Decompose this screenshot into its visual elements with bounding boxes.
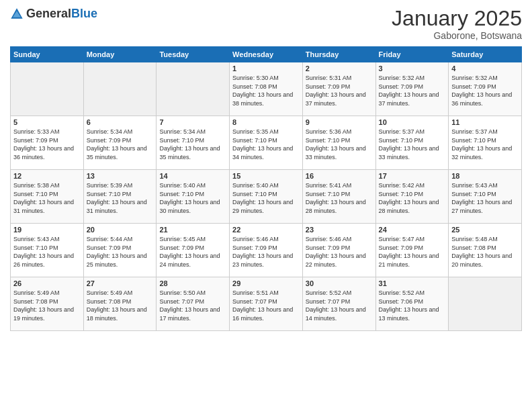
day-info: Sunrise: 5:46 AM Sunset: 7:09 PM Dayligh… [306,235,373,269]
day-number: 3 [379,64,446,73]
logo-icon [10,7,24,21]
day-info: Sunrise: 5:52 AM Sunset: 7:07 PM Dayligh… [306,289,373,322]
day-info: Sunrise: 5:33 AM Sunset: 7:09 PM Dayligh… [13,128,81,161]
day-info: Sunrise: 5:36 AM Sunset: 7:10 PM Dayligh… [306,128,373,161]
day-number: 26 [13,279,81,287]
table-row: 4 Sunrise: 5:32 AM Sunset: 7:09 PM Dayli… [449,62,522,116]
day-number: 9 [306,118,373,126]
day-number: 21 [159,226,226,234]
day-number: 17 [379,172,446,180]
calendar-week-row: 19 Sunrise: 5:43 AM Sunset: 7:10 PM Dayl… [11,224,522,277]
day-info: Sunrise: 5:50 AM Sunset: 7:07 PM Dayligh… [159,289,226,322]
table-row: 26 Sunrise: 5:49 AM Sunset: 7:08 PM Dayl… [11,277,84,331]
day-number: 8 [232,118,300,126]
day-info: Sunrise: 5:40 AM Sunset: 7:10 PM Dayligh… [159,181,226,215]
location: Gaborone, Botswana [392,30,522,41]
table-row: 28 Sunrise: 5:50 AM Sunset: 7:07 PM Dayl… [157,277,230,331]
table-row [83,62,157,116]
day-info: Sunrise: 5:40 AM Sunset: 7:10 PM Dayligh… [232,181,300,215]
table-row: 19 Sunrise: 5:43 AM Sunset: 7:10 PM Dayl… [11,224,84,277]
col-friday: Friday [375,47,449,62]
table-row: 18 Sunrise: 5:43 AM Sunset: 7:10 PM Dayl… [449,170,522,224]
day-info: Sunrise: 5:35 AM Sunset: 7:10 PM Dayligh… [232,128,300,161]
table-row: 14 Sunrise: 5:40 AM Sunset: 7:10 PM Dayl… [157,170,230,224]
table-row: 24 Sunrise: 5:47 AM Sunset: 7:09 PM Dayl… [375,224,449,277]
day-number: 19 [13,226,81,234]
day-info: Sunrise: 5:42 AM Sunset: 7:10 PM Dayligh… [379,181,446,215]
table-row: 16 Sunrise: 5:41 AM Sunset: 7:10 PM Dayl… [302,170,375,224]
table-row: 2 Sunrise: 5:31 AM Sunset: 7:09 PM Dayli… [302,62,375,116]
calendar-header-row: Sunday Monday Tuesday Wednesday Thursday… [11,47,522,62]
day-number: 2 [306,64,373,73]
table-row: 25 Sunrise: 5:48 AM Sunset: 7:08 PM Dayl… [449,224,522,277]
day-info: Sunrise: 5:47 AM Sunset: 7:09 PM Dayligh… [379,235,446,269]
table-row: 20 Sunrise: 5:44 AM Sunset: 7:09 PM Dayl… [83,224,157,277]
day-info: Sunrise: 5:30 AM Sunset: 7:08 PM Dayligh… [232,74,300,107]
day-number: 27 [87,279,154,287]
table-row: 13 Sunrise: 5:39 AM Sunset: 7:10 PM Dayl… [83,170,157,224]
table-row: 21 Sunrise: 5:45 AM Sunset: 7:09 PM Dayl… [157,224,230,277]
calendar-week-row: 5 Sunrise: 5:33 AM Sunset: 7:09 PM Dayli… [11,116,522,170]
day-number: 13 [87,172,154,180]
day-number: 11 [451,118,519,126]
day-number: 24 [379,226,446,234]
page-header: GeneralBlue January 2025 Gaborone, Botsw… [10,7,522,41]
day-number: 29 [232,279,300,287]
logo: GeneralBlue [10,7,97,21]
day-info: Sunrise: 5:43 AM Sunset: 7:10 PM Dayligh… [13,235,81,269]
day-info: Sunrise: 5:34 AM Sunset: 7:10 PM Dayligh… [159,128,226,161]
table-row: 29 Sunrise: 5:51 AM Sunset: 7:07 PM Dayl… [230,277,303,331]
day-number: 4 [451,64,519,73]
day-number: 20 [87,226,154,234]
table-row: 17 Sunrise: 5:42 AM Sunset: 7:10 PM Dayl… [375,170,449,224]
day-number: 31 [379,279,446,287]
table-row: 22 Sunrise: 5:46 AM Sunset: 7:09 PM Dayl… [230,224,303,277]
day-info: Sunrise: 5:32 AM Sunset: 7:09 PM Dayligh… [379,74,446,107]
table-row: 15 Sunrise: 5:40 AM Sunset: 7:10 PM Dayl… [230,170,303,224]
day-number: 14 [159,172,226,180]
calendar-week-row: 12 Sunrise: 5:38 AM Sunset: 7:10 PM Dayl… [11,170,522,224]
day-info: Sunrise: 5:46 AM Sunset: 7:09 PM Dayligh… [232,235,300,269]
table-row: 12 Sunrise: 5:38 AM Sunset: 7:10 PM Dayl… [11,170,84,224]
col-tuesday: Tuesday [157,47,230,62]
day-info: Sunrise: 5:39 AM Sunset: 7:10 PM Dayligh… [87,181,154,215]
table-row [449,277,522,331]
day-number: 12 [13,172,81,180]
day-info: Sunrise: 5:52 AM Sunset: 7:06 PM Dayligh… [379,289,446,322]
day-info: Sunrise: 5:31 AM Sunset: 7:09 PM Dayligh… [306,74,373,107]
col-monday: Monday [83,47,157,62]
table-row [157,62,230,116]
table-row: 10 Sunrise: 5:37 AM Sunset: 7:10 PM Dayl… [375,116,449,170]
calendar: Sunday Monday Tuesday Wednesday Thursday… [10,46,522,331]
table-row: 6 Sunrise: 5:34 AM Sunset: 7:09 PM Dayli… [83,116,157,170]
day-number: 18 [451,172,519,180]
col-sunday: Sunday [11,47,84,62]
table-row: 31 Sunrise: 5:52 AM Sunset: 7:06 PM Dayl… [375,277,449,331]
day-number: 15 [232,172,300,180]
day-number: 10 [379,118,446,126]
day-info: Sunrise: 5:32 AM Sunset: 7:09 PM Dayligh… [451,74,519,107]
day-info: Sunrise: 5:37 AM Sunset: 7:10 PM Dayligh… [451,128,519,161]
day-number: 7 [159,118,226,126]
day-number: 25 [451,226,519,234]
calendar-week-row: 26 Sunrise: 5:49 AM Sunset: 7:08 PM Dayl… [11,277,522,331]
day-info: Sunrise: 5:41 AM Sunset: 7:10 PM Dayligh… [306,181,373,215]
calendar-week-row: 1 Sunrise: 5:30 AM Sunset: 7:08 PM Dayli… [11,62,522,116]
table-row: 8 Sunrise: 5:35 AM Sunset: 7:10 PM Dayli… [230,116,303,170]
day-number: 1 [232,64,300,73]
table-row: 5 Sunrise: 5:33 AM Sunset: 7:09 PM Dayli… [11,116,84,170]
day-info: Sunrise: 5:45 AM Sunset: 7:09 PM Dayligh… [159,235,226,269]
day-number: 28 [159,279,226,287]
day-number: 5 [13,118,81,126]
col-wednesday: Wednesday [230,47,303,62]
table-row: 23 Sunrise: 5:46 AM Sunset: 7:09 PM Dayl… [302,224,375,277]
month-title: January 2025 [392,7,522,30]
table-row: 11 Sunrise: 5:37 AM Sunset: 7:10 PM Dayl… [449,116,522,170]
table-row [11,62,84,116]
table-row: 3 Sunrise: 5:32 AM Sunset: 7:09 PM Dayli… [375,62,449,116]
day-number: 23 [306,226,373,234]
day-info: Sunrise: 5:34 AM Sunset: 7:09 PM Dayligh… [87,128,154,161]
day-number: 6 [87,118,154,126]
day-number: 16 [306,172,373,180]
day-info: Sunrise: 5:37 AM Sunset: 7:10 PM Dayligh… [379,128,446,161]
